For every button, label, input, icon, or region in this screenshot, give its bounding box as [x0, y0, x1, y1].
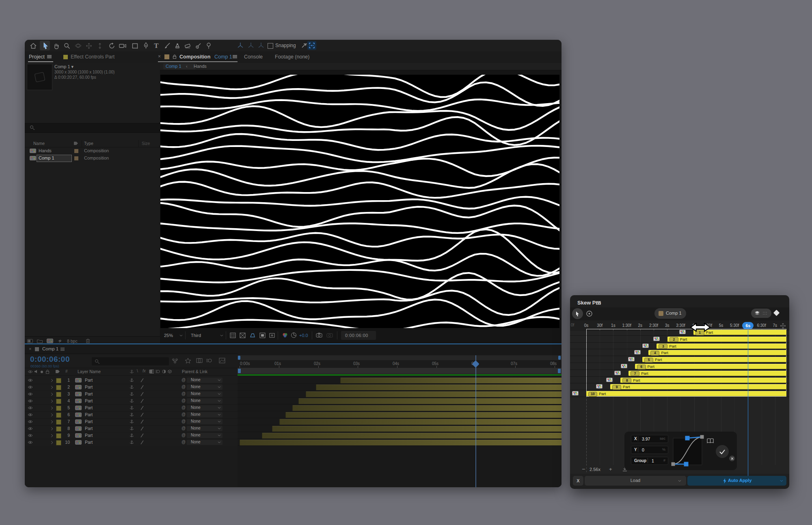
frame-blend-icon[interactable] — [196, 358, 203, 363]
parent-pickwhip-icon[interactable]: @ — [181, 398, 186, 403]
timeline-layer-row[interactable]: 7Part@None — [25, 418, 238, 426]
eye-icon[interactable] — [28, 392, 33, 396]
y-field-value[interactable]: 0 — [642, 447, 644, 452]
anchor-switch-icon[interactable] — [130, 399, 134, 403]
plugin-selected-icon[interactable] — [307, 41, 316, 50]
layer-name-column-label[interactable]: Layer Name — [78, 369, 101, 374]
anchor-switch-icon[interactable] — [130, 378, 134, 382]
project-item-name[interactable]: Hands — [39, 148, 52, 153]
timeline-layer-row[interactable]: 2Part@None — [25, 384, 238, 391]
timeline-layer-row[interactable]: 5Part@None — [25, 404, 238, 412]
layer-color-swatch[interactable] — [56, 399, 61, 404]
breadcrumb-comp[interactable]: Comp 1 — [166, 64, 181, 69]
timeline-tab-close-icon[interactable]: × — [29, 346, 31, 351]
parent-dropdown[interactable]: None — [187, 433, 222, 438]
eye-icon[interactable] — [28, 427, 33, 430]
layer-name[interactable]: Part — [85, 398, 93, 403]
skew-layer-bar[interactable]: 5Part — [642, 357, 786, 362]
pixel-aspect-icon[interactable] — [269, 333, 275, 338]
anchor-switch-icon[interactable] — [130, 440, 134, 445]
layer-duration-bar[interactable] — [306, 391, 561, 397]
expand-chevron-icon[interactable] — [51, 413, 53, 417]
new-folder-icon[interactable] — [37, 339, 43, 343]
eraser-tool[interactable] — [184, 42, 192, 50]
eye-icon[interactable] — [28, 413, 33, 417]
expand-chevron-icon[interactable] — [51, 434, 53, 437]
skew-layer-bar[interactable]: 6Part — [635, 364, 786, 369]
skew-layer-bar[interactable]: 3Part — [657, 344, 786, 349]
motion-blur-icon[interactable] — [206, 358, 212, 363]
work-area-end-handle[interactable] — [558, 369, 561, 373]
expand-chevron-icon[interactable] — [51, 420, 53, 423]
axis-mode-icon[interactable] — [247, 42, 255, 48]
layer-color-swatch[interactable] — [56, 426, 61, 432]
tab-effect-controls[interactable]: Effect Controls Part — [71, 54, 114, 60]
channel-colors-icon[interactable] — [282, 332, 288, 338]
pen-tool[interactable] — [142, 42, 150, 50]
orbit-tool[interactable] — [74, 42, 82, 50]
grid-view-icon[interactable] — [762, 311, 767, 315]
clone-stamp-tool[interactable] — [173, 42, 181, 50]
layer-duration-bar[interactable] — [272, 426, 561, 432]
parent-dropdown[interactable]: None — [187, 412, 222, 417]
pan-view-icon[interactable] — [780, 323, 786, 328]
project-item-name[interactable]: Comp 1 — [39, 156, 54, 160]
skewpro-menu-icon[interactable] — [596, 301, 601, 305]
expand-chevron-icon[interactable] — [51, 393, 53, 396]
zoom-level-select[interactable]: 25% — [164, 333, 173, 338]
resolution-select[interactable]: Third — [191, 333, 201, 338]
layer-name[interactable]: Part — [85, 440, 93, 445]
work-area-start-handle[interactable] — [238, 369, 241, 373]
y-field[interactable]: Y0% — [631, 446, 668, 454]
layer-duration-bar[interactable] — [262, 433, 561, 439]
parent-dropdown[interactable]: None — [187, 440, 222, 445]
expand-chevron-icon[interactable] — [51, 427, 53, 430]
project-item-row[interactable]: HandsComposition — [25, 147, 160, 155]
layer-color-swatch[interactable] — [56, 392, 61, 397]
load-button[interactable]: Load — [585, 476, 686, 486]
snapshot-camera-icon[interactable] — [316, 333, 322, 337]
work-area-bar[interactable] — [238, 368, 561, 374]
quality-switch-icon[interactable] — [140, 440, 144, 445]
tab-footage[interactable]: Footage (none) — [275, 54, 309, 60]
layer-color-swatch[interactable] — [56, 440, 61, 445]
dismiss-x-button[interactable] — [729, 456, 735, 461]
parent-pickwhip-icon[interactable]: @ — [181, 385, 186, 389]
selection-tool[interactable] — [41, 42, 50, 50]
puppet-pin-tool[interactable] — [205, 42, 213, 50]
zoom-tool[interactable] — [63, 42, 71, 50]
layer-duration-bar[interactable] — [340, 378, 561, 383]
timeline-layer-row[interactable]: 9Part@None — [25, 432, 238, 439]
layer-duration-bar[interactable] — [279, 419, 561, 425]
transparency-grid-icon[interactable] — [240, 333, 246, 338]
layer-name[interactable]: Part — [85, 378, 93, 382]
layer-duration-bar[interactable] — [240, 440, 561, 445]
eye-icon[interactable] — [28, 385, 33, 389]
parent-dropdown[interactable]: None — [187, 378, 222, 383]
skew-layer-bar[interactable]: 4Part — [648, 350, 786, 355]
layer-name[interactable]: Part — [85, 433, 93, 438]
project-search-bar[interactable] — [25, 123, 160, 133]
timeline-layer-row[interactable]: 3Part@None — [25, 391, 238, 398]
timeline-layer-row[interactable]: 10Part@None — [25, 439, 238, 446]
apply-check-button[interactable] — [716, 445, 729, 458]
chevron-down-icon[interactable] — [179, 335, 183, 337]
skew-layer-bar[interactable]: 10Part — [586, 391, 786, 396]
tab-composition-label[interactable]: Composition — [179, 54, 210, 60]
project-tab-menu-icon[interactable] — [47, 55, 52, 58]
parent-pickwhip-icon[interactable]: @ — [181, 419, 186, 423]
timeline-layer-row[interactable]: 6Part@None — [25, 411, 238, 419]
parent-pickwhip-icon[interactable]: @ — [181, 378, 186, 382]
exposure-aperture-icon[interactable] — [291, 332, 297, 338]
layer-color-swatch[interactable] — [56, 385, 61, 390]
layer-name[interactable]: Part — [85, 419, 93, 424]
quality-switch-icon[interactable] — [140, 419, 144, 424]
skew-layer-bar[interactable]: 9Part — [610, 384, 786, 389]
ease-curve-editor[interactable] — [670, 433, 709, 469]
roto-brush-tool[interactable] — [194, 42, 203, 50]
timeline-layer-row[interactable]: 1Part@None — [25, 377, 238, 384]
draft3d-icon[interactable] — [185, 358, 191, 363]
layer-color-swatch[interactable] — [56, 419, 61, 425]
quality-switch-icon[interactable] — [140, 392, 144, 396]
composition-tab-menu-icon[interactable] — [233, 55, 237, 58]
